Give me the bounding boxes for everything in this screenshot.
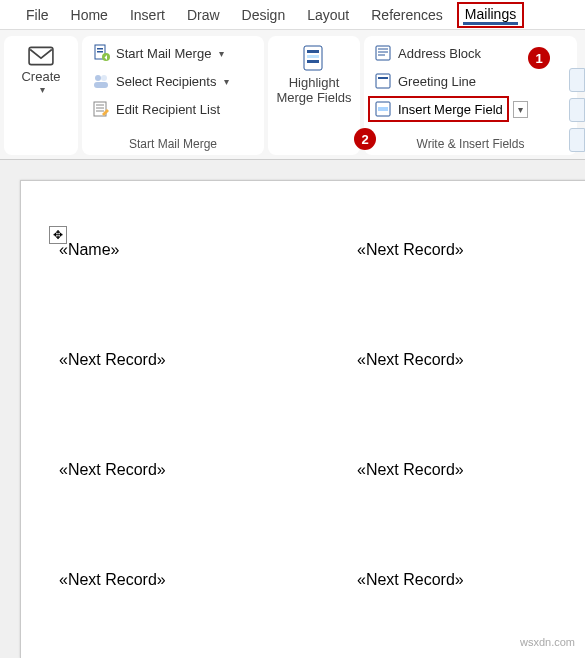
- merge-field-next-record[interactable]: «Next Record»: [59, 571, 307, 589]
- svg-rect-13: [307, 50, 319, 53]
- ribbon-group-create: Create ▾: [4, 36, 78, 155]
- envelope-icon: [28, 46, 54, 66]
- svg-rect-14: [307, 55, 319, 58]
- chevron-down-icon: ▾: [219, 48, 224, 59]
- greeting-line-icon: [374, 72, 392, 90]
- chevron-down-icon: ▾: [224, 76, 229, 87]
- ribbon-tabs: File Home Insert Draw Design Layout Refe…: [0, 0, 585, 30]
- merge-field-next-record[interactable]: «Next Record»: [59, 461, 307, 479]
- greeting-line-button[interactable]: Greeting Line: [368, 68, 573, 94]
- merge-field-next-record[interactable]: «Next Record»: [59, 351, 307, 369]
- svg-rect-0: [29, 47, 53, 64]
- merge-field-next-record[interactable]: «Next Record»: [307, 461, 555, 479]
- merge-field-next-record[interactable]: «Next Record»: [307, 571, 555, 589]
- highlight-merge-fields-button[interactable]: Highlight Merge Fields: [268, 40, 360, 106]
- svg-rect-2: [97, 48, 103, 50]
- chevron-down-icon: ▾: [518, 104, 523, 115]
- greeting-line-label: Greeting Line: [398, 74, 476, 89]
- group-label-create: [8, 135, 74, 155]
- svg-rect-7: [94, 82, 108, 88]
- insert-merge-field-dropdown[interactable]: ▾: [513, 101, 528, 118]
- select-recipients-label: Select Recipients: [116, 74, 216, 89]
- svg-rect-3: [97, 51, 103, 53]
- ribbon-overflow-icons: [569, 68, 585, 152]
- svg-point-5: [95, 75, 101, 81]
- svg-point-6: [101, 75, 107, 81]
- merge-field-name[interactable]: «Name»: [59, 241, 307, 259]
- svg-rect-16: [376, 46, 390, 60]
- merge-field-next-record[interactable]: «Next Record»: [307, 351, 555, 369]
- clipped-button-2[interactable]: [569, 98, 585, 122]
- ribbon-group-start-mail-merge: Start Mail Merge ▾ Select Recipients ▾ E…: [82, 36, 264, 155]
- clipped-button-3[interactable]: [569, 128, 585, 152]
- watermark: wsxdn.com: [520, 636, 575, 648]
- address-block-label: Address Block: [398, 46, 481, 61]
- edit-recipient-list-button[interactable]: Edit Recipient List: [86, 96, 260, 122]
- insert-merge-field-icon: [374, 100, 392, 118]
- tab-draw[interactable]: Draw: [179, 3, 228, 27]
- clipped-button-1[interactable]: [569, 68, 585, 92]
- table-move-handle[interactable]: ✥: [49, 226, 67, 244]
- tab-insert[interactable]: Insert: [122, 3, 173, 27]
- ribbon: Create ▾ Start Mail Merge ▾ Select Recip…: [0, 30, 585, 160]
- callout-badge-2: 2: [354, 128, 376, 150]
- tab-file[interactable]: File: [18, 3, 57, 27]
- svg-rect-23: [378, 107, 388, 111]
- callout-badge-1: 1: [528, 47, 550, 69]
- group-label-highlight-spacer: [312, 106, 315, 126]
- insert-merge-field-button[interactable]: Insert Merge Field: [368, 96, 509, 122]
- start-mail-merge-label: Start Mail Merge: [116, 46, 211, 61]
- edit-recipient-list-label: Edit Recipient List: [116, 102, 220, 117]
- group-label-start-mail-merge: Start Mail Merge: [86, 135, 260, 155]
- edit-list-icon: [92, 100, 110, 118]
- tab-home[interactable]: Home: [63, 3, 116, 27]
- tab-design[interactable]: Design: [234, 3, 294, 27]
- insert-merge-field-label: Insert Merge Field: [398, 102, 503, 117]
- tab-mailings[interactable]: Mailings: [457, 2, 524, 28]
- svg-rect-15: [307, 60, 319, 63]
- tab-references[interactable]: References: [363, 3, 451, 27]
- labels-table: «Name» «Next Record» «Next Record» «Next…: [21, 219, 585, 589]
- svg-rect-20: [376, 74, 390, 88]
- merge-field-next-record[interactable]: «Next Record»: [307, 241, 555, 259]
- document-icon: [92, 44, 110, 62]
- group-label-write-insert: Write & Insert Fields: [368, 135, 573, 155]
- create-label: Create: [21, 70, 60, 84]
- recipients-icon: [92, 72, 110, 90]
- tab-layout[interactable]: Layout: [299, 3, 357, 27]
- move-icon: ✥: [53, 228, 63, 242]
- select-recipients-button[interactable]: Select Recipients ▾: [86, 68, 260, 94]
- start-mail-merge-button[interactable]: Start Mail Merge ▾: [86, 40, 260, 66]
- address-block-icon: [374, 44, 392, 62]
- highlight-icon: [300, 44, 328, 74]
- document-page: ✥ «Name» «Next Record» «Next Record» «Ne…: [20, 180, 585, 658]
- chevron-down-icon: ▾: [40, 84, 45, 95]
- create-button[interactable]: Create ▾: [8, 40, 74, 99]
- ribbon-group-highlight: Highlight Merge Fields: [268, 36, 360, 155]
- highlight-merge-fields-label: Highlight Merge Fields: [272, 76, 356, 106]
